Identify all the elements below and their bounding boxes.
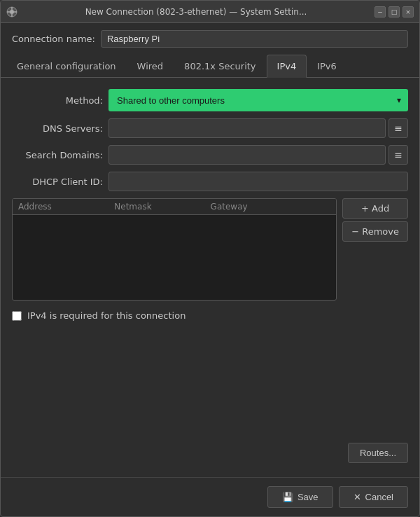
- tab-security[interactable]: 802.1x Security: [174, 55, 266, 78]
- window-title: New Connection (802-3-ethernet) — System…: [23, 7, 369, 17]
- save-button[interactable]: 💾 Save: [267, 486, 333, 508]
- dns-control: ≡: [108, 118, 408, 138]
- routes-button[interactable]: Routes...: [348, 443, 408, 463]
- add-button[interactable]: + Add: [342, 198, 408, 219]
- address-table-header: Address Netmask Gateway: [13, 199, 336, 215]
- method-select-wrap: Shared to other computers Automatic (DHC…: [108, 89, 408, 111]
- maximize-button[interactable]: □: [388, 6, 400, 18]
- cancel-icon: ✕: [354, 492, 361, 502]
- dhcp-input[interactable]: [108, 172, 408, 191]
- dns-input[interactable]: [108, 118, 386, 138]
- dhcp-row: DHCP Client ID:: [12, 172, 408, 191]
- search-domains-label: Search Domains:: [12, 150, 103, 160]
- dhcp-label: DHCP Client ID:: [12, 177, 103, 187]
- tab-ipv6[interactable]: IPv6: [307, 55, 347, 78]
- save-icon: 💾: [282, 492, 293, 502]
- app-icon: [6, 6, 18, 18]
- method-row: Method: Shared to other computers Automa…: [12, 89, 408, 111]
- connection-name-label: Connection name:: [12, 34, 95, 44]
- dhcp-control: [108, 172, 408, 191]
- col-gateway: Gateway: [211, 202, 331, 212]
- col-address: Address: [18, 202, 114, 212]
- dns-menu-button[interactable]: ≡: [388, 118, 408, 138]
- footer: 💾 Save ✕ Cancel: [1, 477, 419, 516]
- window-controls: − □ ×: [374, 6, 414, 18]
- ipv4-required-checkbox[interactable]: [12, 311, 22, 321]
- ipv4-content: Method: Shared to other computers Automa…: [1, 78, 419, 477]
- svg-point-1: [10, 10, 14, 14]
- address-actions: + Add − Remove: [342, 198, 408, 301]
- ipv4-required-row: IPv4 is required for this connection: [12, 308, 408, 324]
- dns-row: DNS Servers: ≡: [12, 118, 408, 138]
- tab-bar: General configuration Wired 802.1x Secur…: [1, 55, 419, 78]
- col-netmask: Netmask: [114, 202, 210, 212]
- close-button[interactable]: ×: [402, 6, 414, 18]
- search-domains-menu-button[interactable]: ≡: [388, 145, 408, 165]
- search-domains-control: ≡: [108, 145, 408, 165]
- save-label: Save: [298, 492, 318, 502]
- search-domains-row: Search Domains: ≡: [12, 145, 408, 165]
- search-domains-input[interactable]: [108, 145, 386, 165]
- address-section: Address Netmask Gateway + Add − Remove: [12, 198, 408, 301]
- cancel-label: Cancel: [365, 492, 393, 502]
- routes-row: Routes...: [12, 440, 408, 466]
- connection-name-row: Connection name:: [1, 23, 419, 55]
- ipv4-required-label: IPv4 is required for this connection: [27, 310, 186, 321]
- titlebar: New Connection (802-3-ethernet) — System…: [1, 1, 419, 23]
- cancel-button[interactable]: ✕ Cancel: [339, 486, 408, 508]
- connection-name-input[interactable]: [101, 30, 408, 48]
- tab-wired[interactable]: Wired: [127, 55, 174, 78]
- tab-general[interactable]: General configuration: [6, 55, 127, 78]
- address-table-body[interactable]: [13, 215, 336, 300]
- content-spacer: [12, 331, 408, 433]
- address-table: Address Netmask Gateway: [12, 198, 337, 301]
- method-control: Shared to other computers Automatic (DHC…: [108, 89, 408, 111]
- method-label: Method:: [12, 95, 103, 106]
- tab-ipv4[interactable]: IPv4: [267, 55, 307, 78]
- dns-label: DNS Servers:: [12, 123, 103, 134]
- method-select[interactable]: Shared to other computers Automatic (DHC…: [108, 89, 408, 111]
- minimize-button[interactable]: −: [374, 6, 386, 18]
- main-window: New Connection (802-3-ethernet) — System…: [0, 0, 420, 517]
- remove-button[interactable]: − Remove: [342, 221, 408, 242]
